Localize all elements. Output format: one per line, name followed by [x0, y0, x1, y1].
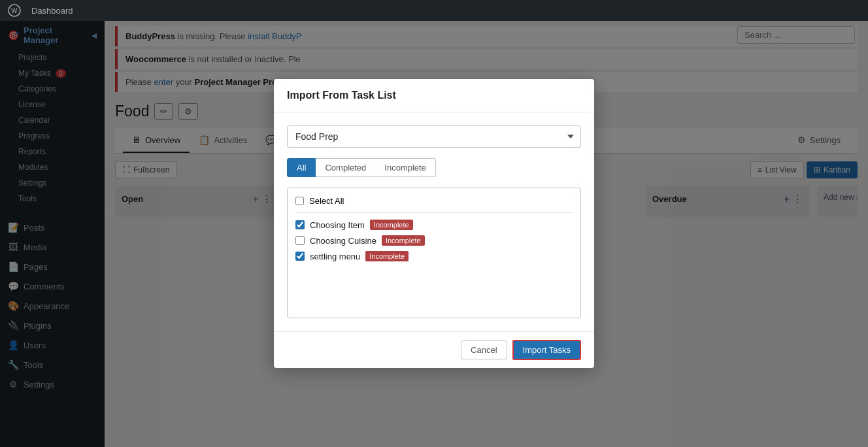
svg-text:W: W: [11, 7, 18, 14]
task-label-settling-menu: settling menu: [310, 252, 360, 261]
filter-incomplete-button[interactable]: Incomplete: [375, 158, 436, 177]
filter-completed-button[interactable]: Completed: [316, 158, 375, 177]
modal-title: Import From Task List: [287, 90, 396, 101]
select-all-row: Select All: [295, 196, 573, 213]
task-list-area: Select All Choosing Item Incomplete Choo…: [287, 188, 581, 318]
modal-body: Food Prep Other List All Completed Incom…: [274, 112, 594, 331]
task-status-choosing-cuisine: Incomplete: [382, 235, 425, 246]
dashboard-bar-item[interactable]: Dashboard: [31, 6, 73, 16]
task-status-settling-menu: Incomplete: [365, 251, 409, 261]
task-label-choosing-item: Choosing Item: [310, 220, 365, 230]
task-row-choosing-item: Choosing Item Incomplete: [295, 220, 573, 230]
admin-bar: W Dashboard: [0, 0, 868, 21]
task-status-choosing-item: Incomplete: [370, 220, 413, 230]
modal-footer: Cancel Import Tasks: [274, 331, 594, 368]
modal-header: Import From Task List: [274, 79, 594, 112]
task-label-choosing-cuisine: Choosing Cuisine: [310, 236, 376, 246]
task-list-dropdown[interactable]: Food Prep Other List: [287, 125, 581, 148]
task-checkbox-choosing-cuisine[interactable]: [295, 236, 305, 245]
task-row-settling-menu: settling menu Incomplete: [295, 251, 573, 261]
select-all-checkbox[interactable]: [295, 197, 304, 205]
wp-logo-icon: W: [8, 4, 21, 17]
import-tasks-button[interactable]: Import Tasks: [512, 340, 581, 360]
wp-logo-item[interactable]: W: [8, 4, 21, 17]
filter-all-button[interactable]: All: [287, 158, 316, 177]
task-checkbox-settling-menu[interactable]: [295, 252, 305, 261]
task-checkbox-choosing-item[interactable]: [295, 220, 305, 229]
select-all-label: Select All: [309, 196, 344, 206]
cancel-button[interactable]: Cancel: [461, 340, 507, 359]
task-row-choosing-cuisine: Choosing Cuisine Incomplete: [295, 235, 573, 246]
filter-group: All Completed Incomplete: [287, 158, 581, 177]
modal-overlay[interactable]: Import From Task List Food Prep Other Li…: [0, 0, 868, 447]
dashboard-bar-label: Dashboard: [31, 6, 73, 16]
import-modal: Import From Task List Food Prep Other Li…: [274, 79, 594, 368]
